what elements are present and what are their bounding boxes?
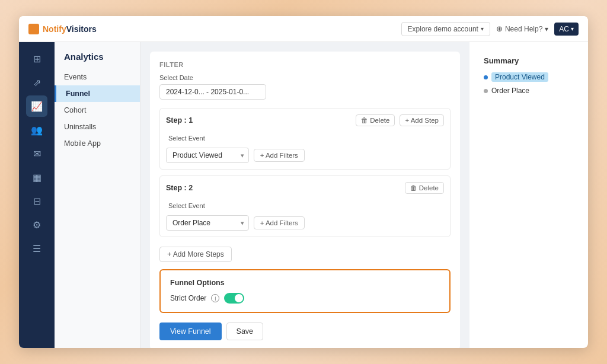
step1-actions: 🗑 Delete + Add Step <box>356 114 444 126</box>
summary-item-label-1: Product Viewed <box>491 72 548 82</box>
sidebar-icon-settings[interactable]: ⚙ <box>26 214 47 235</box>
add-more-steps-button[interactable]: + Add More Steps <box>159 247 232 262</box>
help-circle-icon: ⊕ <box>496 24 503 33</box>
main-layout: ⊞ ⇗ 📈 👥 ✉ ▦ ⊟ ⚙ ☰ Analytics Events Funne… <box>19 42 588 348</box>
strict-order-label: Strict Order <box>170 294 206 302</box>
sidebar-icon-table[interactable]: ▦ <box>26 167 47 188</box>
sidebar-item-funnel[interactable]: Funnel <box>55 85 140 102</box>
sidebar-icon-layers[interactable]: ⊟ <box>26 190 47 212</box>
sidebar: ⊞ ⇗ 📈 👥 ✉ ▦ ⊟ ⚙ ☰ <box>19 42 55 348</box>
account-button[interactable]: AC ▾ <box>554 23 579 36</box>
nav-panel: Analytics Events Funnel Cohort Uninstall… <box>55 42 140 348</box>
summary-item-label-2: Order Place <box>491 87 529 95</box>
step2-row: Step : 2 🗑 Delete <box>166 182 444 197</box>
trash-icon: 🗑 <box>361 117 368 124</box>
step2-container: Step : 2 🗑 Delete Select Event <box>159 175 451 237</box>
sidebar-item-mobile-app[interactable]: Mobile App <box>55 135 140 152</box>
sidebar-icon-users[interactable]: 👥 <box>26 119 47 141</box>
logo-text: NotifyVisitors <box>43 24 97 34</box>
content-area: FILTER Select Date 2024-12-0... - 2025-0… <box>140 42 588 348</box>
step1-row: Step : 1 🗑 Delete + Add Step <box>166 114 444 130</box>
main-content: FILTER Select Date 2024-12-0... - 2025-0… <box>140 42 469 348</box>
filter-card: FILTER Select Date 2024-12-0... - 2025-0… <box>150 52 460 348</box>
step1-event-label: Select Event <box>166 135 444 142</box>
date-label: Select Date <box>159 74 451 81</box>
nav-title: Analytics <box>55 52 140 69</box>
strict-order-row: Strict Order i <box>170 293 440 304</box>
strict-order-toggle[interactable] <box>224 293 244 304</box>
step1-add-filters-button[interactable]: + Add Filters <box>254 149 305 162</box>
trash-icon: 🗑 <box>410 184 417 191</box>
step1-event-select-wrapper: Product Viewed <box>166 148 249 163</box>
summary-card: Summary Product Viewed Order Place <box>477 49 581 120</box>
summary-panel: Summary Product Viewed Order Place <box>469 42 588 348</box>
explore-demo-button[interactable]: Explore demo account ▾ <box>401 22 490 36</box>
sidebar-item-events[interactable]: Events <box>55 69 140 85</box>
app-window: NotifyVisitors Explore demo account ▾ ⊕ … <box>19 16 588 348</box>
summary-dot-1 <box>484 75 488 79</box>
step1-container: Step : 1 🗑 Delete + Add Step Select Even… <box>159 108 451 170</box>
funnel-options-box: Funnel Options Strict Order i <box>159 269 451 313</box>
sidebar-icon-analytics[interactable]: 📈 <box>26 95 47 117</box>
step2-event-label: Select Event <box>166 202 444 209</box>
summary-item-2: Order Place <box>484 87 574 95</box>
sidebar-icon-share[interactable]: ⇗ <box>26 72 47 93</box>
save-button[interactable]: Save <box>226 323 264 340</box>
step2-delete-button[interactable]: 🗑 Delete <box>405 182 444 194</box>
need-help-button[interactable]: ⊕ Need Help? ▾ <box>496 24 548 33</box>
step1-event-select[interactable]: Product Viewed <box>166 148 249 163</box>
logo-icon <box>28 24 39 34</box>
sidebar-item-cohort[interactable]: Cohort <box>55 102 140 119</box>
chevron-down-icon: ▾ <box>481 25 484 32</box>
step1-title: Step : 1 <box>166 116 193 124</box>
footer-buttons: View Funnel Save <box>159 323 451 340</box>
topbar: NotifyVisitors Explore demo account ▾ ⊕ … <box>19 16 588 42</box>
summary-item-1: Product Viewed <box>484 72 574 82</box>
add-step-button[interactable]: + Add Step <box>400 114 444 126</box>
step2-add-filters-button[interactable]: + Add Filters <box>254 216 305 229</box>
filter-label: FILTER <box>159 61 451 68</box>
step2-event-select-wrapper: Order Place <box>166 215 249 231</box>
view-funnel-button[interactable]: View Funnel <box>159 323 222 340</box>
logo: NotifyVisitors <box>28 24 97 34</box>
step2-actions: 🗑 Delete <box>405 182 444 194</box>
chevron-down-icon: ▾ <box>571 25 574 32</box>
date-input[interactable]: 2024-12-0... - 2025-01-0... <box>159 84 266 100</box>
chevron-down-icon: ▾ <box>545 25 548 33</box>
summary-dot-2 <box>484 89 488 93</box>
summary-title: Summary <box>484 56 574 65</box>
step2-title: Step : 2 <box>166 184 193 192</box>
sidebar-item-uninstalls[interactable]: Uninstalls <box>55 119 140 135</box>
info-icon[interactable]: i <box>211 294 219 302</box>
sidebar-icon-send[interactable]: ✉ <box>26 143 47 164</box>
sidebar-icon-list[interactable]: ☰ <box>26 238 47 259</box>
step1-delete-button[interactable]: 🗑 Delete <box>356 114 395 126</box>
step2-event-select[interactable]: Order Place <box>166 215 249 231</box>
sidebar-icon-grid[interactable]: ⊞ <box>26 48 47 69</box>
topbar-right: Explore demo account ▾ ⊕ Need Help? ▾ AC… <box>401 22 579 36</box>
funnel-options-title: Funnel Options <box>170 279 440 287</box>
